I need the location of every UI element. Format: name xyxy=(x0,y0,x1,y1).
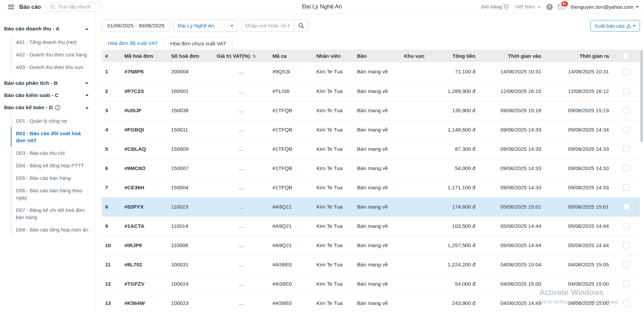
cell-invoice_code: #K564W xyxy=(121,293,168,312)
row-checkbox[interactable] xyxy=(623,261,629,268)
row-checkbox[interactable] xyxy=(623,69,629,75)
invoice-row[interactable]: 5#CBLAQ150009...#1TFQBKim Te TuaBán mang… xyxy=(102,139,640,159)
row-checkbox[interactable] xyxy=(623,107,629,114)
cell-time_in: 09/06/2025 14:33 xyxy=(479,120,545,139)
notification-badge: 9+ xyxy=(560,1,569,7)
cell-invoice_code: #U0IJF xyxy=(121,101,168,120)
cell-time_out: 09/06/2025 14:33 xyxy=(545,159,612,178)
invoice-row[interactable]: 12#TGFZV100024...#AS6E0Kim Te TuaBán man… xyxy=(102,274,640,293)
sidebar-item-D03[interactable]: D03 - Báo cáo thu chi xyxy=(11,147,91,159)
invoice-row[interactable]: 3#U0IJF150038...#1TFQBKim Te TuaBán mang… xyxy=(102,101,640,120)
col-header-time_in: Thời gian vào xyxy=(479,50,545,62)
sidebar-item-D06[interactable]: D06 - Báo cáo bán hàng theo ngày xyxy=(11,184,91,204)
sidebar-section-C[interactable]: Báo cáo kiểm soát - C xyxy=(3,89,91,101)
col-header-label: Giá trị VAT(%) xyxy=(217,53,250,59)
user-account-menu[interactable]: thenguyen.itvn@yahoo.com xyxy=(571,4,639,10)
cell-time_out: 05/06/2025 14:44 xyxy=(545,216,612,236)
sidebar-section-B[interactable]: Báo cáo phân tích - B xyxy=(3,77,91,89)
cell-invoice_code: #CE36H xyxy=(121,178,168,197)
cell-employee: Kim Te Tua xyxy=(313,255,354,274)
sidebar-section-A[interactable]: Báo cáo doanh thu - A xyxy=(3,23,91,35)
row-checkbox[interactable] xyxy=(623,184,629,191)
row-checkbox[interactable] xyxy=(623,223,629,229)
search-icon xyxy=(298,23,304,29)
col-header-vat_value[interactable]: Giá trị VAT(%) xyxy=(213,50,269,62)
col-header-employee: Nhân viên xyxy=(313,50,354,62)
cell-total: 71,100 đ xyxy=(440,62,479,81)
row-checkbox[interactable] xyxy=(623,165,629,171)
cell-area xyxy=(401,236,440,255)
invoice-search-input[interactable] xyxy=(241,20,294,32)
cell-checkbox xyxy=(612,216,640,236)
cell-total: 1,257,500 đ xyxy=(440,236,479,255)
invoice-row[interactable]: 8#52PYX110023...#A9Q21Kim Te TuaBán mang… xyxy=(102,197,640,216)
sidebar-item-D08[interactable]: D08 - Báo cáo tổng hợp món ăn xyxy=(11,223,91,236)
info-icon[interactable] xyxy=(55,105,61,111)
sidebar-item-A02[interactable]: A02 - Doanh thu theo cửa hàng xyxy=(11,48,91,61)
row-checkbox[interactable] xyxy=(623,146,629,152)
col-header-shift_code: Mã ca xyxy=(269,50,313,62)
sidebar-item-D05[interactable]: D05 - Báo cáo bán hàng xyxy=(11,172,91,184)
invoice-row[interactable]: 2#P7C2S180001...#TLIS6Kim Te TuaBán mang… xyxy=(102,81,640,101)
tab-invoices-vat-issued[interactable]: Hóa đơn đã xuất VAT xyxy=(102,37,164,50)
invoice-row[interactable]: 13#K564W100023...#AS6E0Kim Te TuaBán man… xyxy=(102,293,640,312)
row-checkbox[interactable] xyxy=(623,281,629,287)
cell-time_out: 09/06/2025 15:19 xyxy=(545,101,612,120)
cell-total: 1,289,900 đ xyxy=(440,81,479,101)
row-checkbox[interactable] xyxy=(623,88,629,94)
invoice-row[interactable]: 11#8L702100031...#AS6E0Kim Te TuaBán man… xyxy=(102,255,640,274)
sidebar-item-D07[interactable]: D07 - Bảng kê chi tiết hoá đơn bán hàng xyxy=(11,204,91,223)
row-checkbox[interactable] xyxy=(623,203,629,210)
cell-invoice_number: 150007 xyxy=(168,159,213,178)
mail-button[interactable]: 9+ xyxy=(558,4,565,9)
row-checkbox[interactable] xyxy=(623,300,629,306)
cart-button[interactable]: Giỏ hàng xyxy=(481,4,510,10)
cell-time_in: 09/06/2025 15:18 xyxy=(479,101,545,120)
agency-select[interactable]: Đại Lý Nghệ An xyxy=(173,20,238,32)
cell-invoice_code: #52PYX xyxy=(121,197,168,216)
cell-area xyxy=(401,81,440,101)
export-report-button[interactable]: Xuất báo cáo xyxy=(590,20,640,31)
sidebar-section-D[interactable]: Báo cáo kế toán - D xyxy=(3,101,91,114)
quick-search-box[interactable] xyxy=(47,2,101,11)
cell-area xyxy=(401,62,440,81)
sidebar-item-D04[interactable]: D04 - Bảng kê tổng hợp PTTT xyxy=(11,159,91,172)
quick-search-input[interactable] xyxy=(58,4,98,9)
cell-invoice_code: #7N8PK xyxy=(121,62,168,81)
cell-time_out: 05/06/2025 15:01 xyxy=(545,197,612,216)
col-header-label: Tổng tiền xyxy=(453,53,476,59)
help-icon[interactable]: ? xyxy=(546,4,553,10)
vertical-scrollbar[interactable] xyxy=(640,50,643,142)
date-range-picker[interactable]: 01/06/2025 - 30/06/2025 xyxy=(102,20,170,32)
tab-invoices-vat-not-issued[interactable]: Hóa đơn chưa xuất VAT xyxy=(164,37,233,50)
invoice-row[interactable]: 9#1ACTA110014...#A9Q21Kim Te TuaBán mang… xyxy=(102,216,640,236)
cell-area xyxy=(401,274,440,293)
sidebar-item-A03[interactable]: A03 - Doanh thu theo khu vực xyxy=(11,61,91,73)
cell-vat_value: ... xyxy=(213,197,269,216)
cell-employee: Kim Te Tua xyxy=(313,197,354,216)
collapse-caret-icon xyxy=(85,28,89,30)
sort-icon[interactable] xyxy=(252,54,256,58)
row-checkbox[interactable] xyxy=(623,126,629,133)
invoice-row[interactable]: 6#9MC8O150007...#1TFQBKim Te TuaBán mang… xyxy=(102,159,640,178)
cell-shift_code: #AS6E0 xyxy=(269,293,313,312)
search-button[interactable] xyxy=(294,20,308,32)
invoice-row[interactable]: 10#IRJP8110008...#A9Q21Kim Te TuaBán man… xyxy=(102,236,640,255)
sidebar-item-D02[interactable]: D02 - Báo cáo đối soát hoá đơn VAT xyxy=(11,127,91,147)
cell-vat_value: ... xyxy=(213,255,269,274)
sidebar-item-D01[interactable]: D01 - Quản lý công nợ xyxy=(11,115,91,127)
select-all-checkbox[interactable] xyxy=(623,53,629,59)
sidebar-item-A01[interactable]: A01 - Tổng doanh thu (net) xyxy=(11,36,91,48)
row-checkbox[interactable] xyxy=(623,242,629,248)
locale-selector[interactable]: Việt Nam xyxy=(515,4,541,9)
cell-invoice_number: 150011 xyxy=(168,120,213,139)
invoice-row[interactable]: 4#FGBQI150011...#1TFQBKim Te TuaBán mang… xyxy=(102,120,640,139)
chevron-down-icon xyxy=(537,6,541,8)
invoice-row[interactable]: 1#7N8PK200004...#9QS3IKim Te TuaBán mang… xyxy=(102,62,640,81)
invoice-row[interactable]: 7#CE36H150004...#1TFQBKim Te TuaBán mang… xyxy=(102,178,640,197)
cell-employee: Kim Te Tua xyxy=(313,293,354,312)
hamburger-menu-icon[interactable] xyxy=(8,5,14,9)
cell-index: 9 xyxy=(102,216,121,236)
cell-employee: Kim Te Tua xyxy=(313,81,354,101)
col-header-label: Mã ca xyxy=(272,53,287,59)
